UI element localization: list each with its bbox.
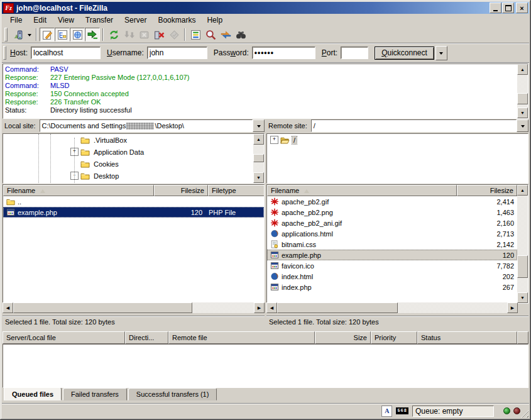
remote-row[interactable]: index.html202 bbox=[267, 271, 517, 282]
refresh-button[interactable] bbox=[106, 28, 121, 41]
column-priority[interactable]: Priority bbox=[371, 331, 417, 344]
scroll-track[interactable] bbox=[13, 302, 254, 313]
scroll-track[interactable] bbox=[517, 196, 528, 292]
remote-path-dropdown[interactable] bbox=[517, 119, 528, 132]
site-manager-dropdown[interactable] bbox=[25, 28, 33, 41]
column-direction[interactable]: Directi... bbox=[125, 331, 168, 344]
toggle-remote-tree-button[interactable] bbox=[70, 28, 85, 41]
tab-successful-transfers[interactable]: Successful transfers (1) bbox=[128, 388, 217, 401]
scroll-left-button[interactable]: ◀ bbox=[266, 302, 277, 313]
column-server-local-file[interactable]: Server/Local file bbox=[3, 331, 125, 344]
port-input[interactable] bbox=[341, 47, 368, 59]
column-size[interactable]: Size bbox=[315, 331, 371, 344]
quickconnect-button[interactable]: Quickconnect bbox=[375, 47, 434, 60]
host-input[interactable] bbox=[31, 47, 101, 59]
scroll-down-button[interactable]: ▼ bbox=[517, 108, 528, 118]
synchronized-browsing-button[interactable] bbox=[218, 28, 233, 41]
column-filetype[interactable]: Filetype bbox=[208, 185, 265, 196]
scroll-right-button[interactable]: ▶ bbox=[254, 302, 265, 313]
local-tree-scrollbar[interactable]: ▲ ▼ bbox=[253, 134, 264, 183]
scroll-down-button[interactable]: ▼ bbox=[253, 172, 264, 183]
tree-item-cookies[interactable]: Cookies bbox=[3, 158, 253, 170]
scroll-thumb[interactable] bbox=[277, 302, 398, 313]
column-filename[interactable]: Filename bbox=[3, 185, 154, 196]
local-horizontal-scrollbar[interactable]: ◀ ▶ bbox=[3, 302, 265, 313]
scroll-track[interactable] bbox=[253, 145, 264, 172]
column-filesize[interactable]: Filesize bbox=[154, 185, 208, 196]
scroll-thumb[interactable] bbox=[253, 154, 264, 162]
chevron-down-icon bbox=[28, 34, 31, 38]
local-path-dropdown[interactable] bbox=[253, 119, 265, 132]
quickbar-grip[interactable] bbox=[3, 46, 6, 60]
local-row-example-php[interactable]: example.php 120 PHP File 1 bbox=[3, 207, 264, 218]
process-queue-icon bbox=[124, 30, 134, 40]
remote-row[interactable]: applications.html2,713 bbox=[267, 228, 517, 239]
remote-row[interactable]: index.php267 bbox=[267, 282, 517, 292]
password-input[interactable] bbox=[252, 47, 315, 59]
scroll-right-button[interactable]: ▶ bbox=[507, 302, 518, 313]
scroll-thumb[interactable] bbox=[13, 302, 192, 313]
tree-item-application-data[interactable]: + Application Data bbox=[3, 146, 253, 158]
toolbar-grip[interactable] bbox=[4, 28, 8, 41]
remote-row[interactable]: apache_pb2_ani.gif2,160 bbox=[267, 218, 517, 228]
toggle-local-tree-button[interactable] bbox=[55, 28, 70, 41]
remote-horizontal-scrollbar[interactable]: ◀ ▶ bbox=[266, 302, 518, 313]
menu-file[interactable]: File bbox=[4, 14, 28, 26]
cancel-operation-button[interactable] bbox=[136, 28, 151, 41]
site-manager-button[interactable] bbox=[10, 28, 25, 41]
log-vertical-scrollbar[interactable]: ▲ ▼ bbox=[517, 64, 528, 118]
menu-edit[interactable]: Edit bbox=[28, 14, 52, 26]
scroll-thumb[interactable] bbox=[517, 93, 528, 104]
resize-grip[interactable] bbox=[520, 409, 528, 417]
column-status[interactable]: Status bbox=[417, 331, 517, 344]
queue-list-area[interactable] bbox=[3, 344, 528, 388]
tab-queued-files[interactable]: Queued files bbox=[4, 387, 62, 401]
menu-server[interactable]: Server bbox=[119, 14, 152, 26]
tree-item-root[interactable]: + / bbox=[267, 134, 528, 146]
transfer-type-icon[interactable]: A bbox=[381, 406, 392, 417]
directory-filter-button[interactable] bbox=[188, 28, 203, 41]
scroll-thumb[interactable] bbox=[517, 255, 528, 278]
tree-item-virtualbox[interactable]: .VirtualBox bbox=[3, 134, 253, 146]
scroll-up-button[interactable]: ▲ bbox=[253, 134, 264, 145]
remote-row[interactable]: bitnami.css2,142 bbox=[267, 239, 517, 250]
remote-row-example-php[interactable]: example.php120 bbox=[267, 250, 517, 260]
toggle-transfer-queue-button[interactable] bbox=[85, 28, 100, 41]
scroll-track[interactable] bbox=[277, 302, 507, 313]
menu-bookmarks[interactable]: Bookmarks bbox=[152, 14, 201, 26]
remote-vertical-scrollbar[interactable]: ▲ ▼ bbox=[517, 185, 528, 303]
menu-transfer[interactable]: Transfer bbox=[80, 14, 119, 26]
column-filename[interactable]: Filename bbox=[267, 185, 457, 196]
expand-icon[interactable]: + bbox=[270, 136, 278, 144]
maximize-button[interactable] bbox=[502, 3, 514, 13]
app-icon[interactable]: Fz bbox=[3, 3, 14, 13]
close-button[interactable]: × bbox=[516, 3, 528, 13]
remote-row[interactable]: favicon.ico7,782 bbox=[267, 260, 517, 271]
scroll-up-button[interactable]: ▲ bbox=[517, 64, 528, 75]
tab-failed-transfers[interactable]: Failed transfers bbox=[63, 388, 127, 401]
process-queue-button[interactable] bbox=[121, 28, 136, 41]
quickconnect-dropdown[interactable] bbox=[435, 46, 447, 60]
tree-item-desktop[interactable]: - Desktop bbox=[3, 170, 253, 182]
scroll-left-button[interactable]: ◀ bbox=[3, 302, 13, 313]
scroll-track[interactable] bbox=[517, 75, 528, 108]
toggle-message-log-button[interactable] bbox=[40, 28, 55, 41]
encryption-badge-icon[interactable]: 568 bbox=[396, 407, 408, 414]
disconnect-button[interactable] bbox=[151, 28, 167, 41]
local-path-combo[interactable]: C:\Documents and Settings\Desktop\ bbox=[40, 119, 253, 132]
scroll-up-button[interactable]: ▲ bbox=[517, 185, 528, 196]
column-filesize[interactable]: Filesize bbox=[457, 185, 517, 196]
menu-view[interactable]: View bbox=[52, 14, 80, 26]
username-input[interactable] bbox=[147, 47, 207, 59]
column-remote-file[interactable]: Remote file bbox=[168, 331, 315, 344]
remote-row[interactable]: apache_pb2.gif2,414 bbox=[267, 196, 517, 207]
remote-row[interactable]: apache_pb2.png1,463 bbox=[267, 207, 517, 218]
compare-directories-button[interactable] bbox=[203, 28, 218, 41]
find-files-button[interactable] bbox=[233, 28, 248, 41]
minimize-button[interactable] bbox=[490, 3, 501, 13]
local-row-parent-dir[interactable]: .. bbox=[3, 196, 264, 207]
menu-help[interactable]: Help bbox=[201, 14, 228, 26]
remote-path-combo[interactable]: / bbox=[311, 119, 517, 132]
reconnect-button[interactable] bbox=[167, 28, 182, 41]
scroll-down-button[interactable]: ▼ bbox=[517, 292, 528, 303]
